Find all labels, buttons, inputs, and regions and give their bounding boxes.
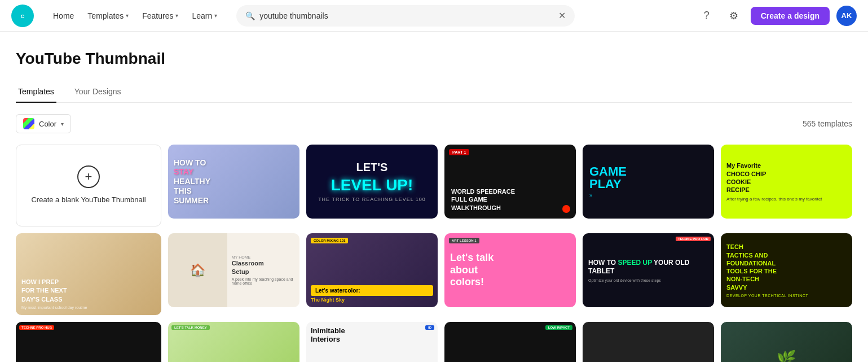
- tab-bar: Templates Your Designs: [16, 81, 852, 103]
- card-prepclass-sub: My most important school day routine: [21, 306, 156, 309]
- canva-logo[interactable]: C: [11, 5, 34, 27]
- template-card-lowimpact[interactable]: LOW IMPACT: [444, 322, 576, 362]
- card-speedrace-dot: [562, 205, 570, 213]
- create-design-button[interactable]: Create a design: [751, 7, 830, 25]
- gear-icon: ⚙: [729, 10, 738, 22]
- tab-your-designs[interactable]: Your Designs: [72, 81, 124, 103]
- card-colors-badge: ART LESSON 1: [449, 238, 479, 243]
- card-classroom-right: My Home ClassroomSetup A peek into my te…: [227, 233, 299, 307]
- template-card-colors[interactable]: ART LESSON 1 Let's talkaboutcolors!: [444, 233, 576, 307]
- nav-learn-label: Learn: [192, 11, 212, 20]
- nav-templates-label: Templates: [87, 11, 124, 20]
- template-card-interior[interactable]: 🌿: [721, 322, 852, 362]
- card-inimitable-badge: ID: [425, 325, 434, 330]
- template-card-levelup[interactable]: LET'S LEVEL UP! THE TRICK TO REACHING LE…: [306, 145, 438, 219]
- nav-home-label: Home: [53, 11, 74, 20]
- color-swatch-icon: [23, 118, 34, 129]
- create-design-label: Create a design: [761, 11, 819, 20]
- card-inimitable-title: InimitableInteriors: [311, 326, 433, 343]
- avatar-initials: AK: [841, 11, 852, 20]
- card-smartest-badge: LET'S TALK MONEY: [171, 325, 210, 330]
- card-interior-icon: 🌿: [777, 350, 796, 362]
- template-card-cookie[interactable]: My FavoriteCHOCO CHIPCOOKIERECIPE After …: [721, 145, 852, 219]
- main-content: YouTube Thumbnail Templates Your Designs…: [0, 32, 868, 362]
- nav-features[interactable]: Features ▾: [136, 8, 184, 24]
- template-card-techsavvy[interactable]: TECHTACTICS ANDFOUNDATIONALTOOLS FOR THE…: [721, 233, 852, 307]
- search-clear-button[interactable]: ✕: [558, 11, 566, 20]
- svg-text:C: C: [21, 12, 25, 19]
- search-input[interactable]: [259, 11, 554, 20]
- page-title: YouTube Thumbnail: [16, 50, 852, 68]
- card-gameplay-arrows: »: [589, 193, 592, 198]
- card-lowimpact-badge: LOW IMPACT: [545, 325, 572, 330]
- card-classroom-sub: A peek into my teaching space and home o…: [232, 277, 295, 285]
- question-icon: ?: [704, 10, 710, 21]
- card-tablet-title: HOW TO SPEED UP YOUR OLD TABLET: [588, 259, 708, 276]
- card-classroom-label: My Home: [232, 255, 295, 259]
- nav-right: ? ⚙ Create a design AK: [697, 6, 857, 26]
- card-watercolor-badge: COLOR MIXING 101: [311, 238, 348, 243]
- card-techpro-badge: TECHNE PRO HUB: [19, 325, 54, 330]
- blank-card-label: Create a blank YouTube Thumbnail: [31, 195, 146, 205]
- plus-icon: +: [77, 165, 100, 188]
- tab-templates-label: Templates: [18, 87, 54, 96]
- nav-home[interactable]: Home: [47, 8, 80, 24]
- avatar[interactable]: AK: [836, 6, 857, 26]
- help-button[interactable]: ?: [697, 6, 717, 26]
- template-card-prepclass[interactable]: How I Prepfor the NextDay's Class My mos…: [16, 233, 161, 315]
- card-techsavvy-sub: DEVELOP YOUR TECHTICAL INSTINCT: [726, 294, 847, 298]
- template-card-fitness[interactable]: HOW TOSTAYHEALTHYTHISSUMMER: [168, 145, 299, 219]
- template-card-classroom[interactable]: 🏠 My Home ClassroomSetup A peek into my …: [168, 233, 299, 307]
- chevron-down-icon: ▾: [214, 12, 217, 19]
- card-speedrace-text: WORLD SPEEDRACEFULL GAMEWALKTHROUGH: [451, 187, 569, 212]
- settings-button[interactable]: ⚙: [724, 6, 744, 26]
- template-card-totalcore[interactable]: 20 MINS / 30 DAY CHALLENGE TOTAL CORE: [583, 322, 714, 362]
- template-card-inimitable[interactable]: ID InimitableInteriors: [306, 322, 438, 362]
- card-watercolor-sub: The Night Sky: [311, 297, 433, 303]
- card-watercolor-text: Let's watercolor:: [311, 285, 433, 296]
- card-tablet-sub: Optimize your old device with these step…: [588, 278, 708, 282]
- search-bar: 🔍 ✕: [236, 5, 575, 27]
- card-cookie-title: My FavoriteCHOCO CHIPCOOKIERECIPE: [726, 162, 847, 194]
- template-card-tablet[interactable]: TECHNE PRO HUB HOW TO SPEED UP YOUR OLD …: [583, 233, 714, 307]
- color-filter-button[interactable]: Color ▾: [16, 114, 71, 133]
- card-fitness-text: HOW TOSTAYHEALTHYTHISSUMMER: [174, 158, 210, 206]
- chevron-down-icon: ▾: [61, 121, 64, 127]
- blank-card[interactable]: + Create a blank YouTube Thumbnail: [16, 145, 161, 226]
- chevron-down-icon: ▾: [175, 12, 178, 19]
- nav-templates[interactable]: Templates ▾: [82, 8, 134, 24]
- template-card-watercolor[interactable]: COLOR MIXING 101 Let's watercolor: The N…: [306, 233, 438, 307]
- card-levelup-text: LEVEL UP!: [331, 176, 413, 194]
- template-card-speedrace[interactable]: PART 1 WORLD SPEEDRACEFULL GAMEWALKTHROU…: [444, 145, 576, 219]
- card-prepclass-title: How I Prepfor the NextDay's Class: [21, 278, 156, 304]
- card-colors-title: Let's talkaboutcolors!: [450, 252, 570, 289]
- color-filter-label: Color: [39, 120, 56, 128]
- chevron-down-icon: ▾: [126, 12, 129, 19]
- tab-your-designs-label: Your Designs: [74, 87, 121, 96]
- card-gaming-text: LET'S: [356, 161, 388, 174]
- card-gameplay-title: GAMEPLAY: [589, 165, 627, 190]
- nav-links: Home Templates ▾ Features ▾ Learn ▾: [47, 8, 223, 24]
- template-card-smartest[interactable]: LET'S TALK MONEY The Smartest: [168, 322, 299, 362]
- tab-templates[interactable]: Templates: [16, 81, 56, 103]
- card-classroom-left: 🏠: [168, 233, 227, 307]
- template-card-gameplay[interactable]: GAMEPLAY »: [583, 145, 714, 219]
- filter-bar: Color ▾ 565 templates: [16, 114, 852, 133]
- card-classroom-title: ClassroomSetup: [232, 259, 295, 276]
- nav-learn[interactable]: Learn ▾: [186, 8, 223, 24]
- card-levelup-sub: THE TRICK TO REACHING LEVEL 100: [318, 197, 426, 202]
- template-grid: + Create a blank YouTube Thumbnail HOW T…: [16, 145, 852, 362]
- search-icon: 🔍: [245, 11, 255, 20]
- card-cookie-sub: After trying a few recipes, this one's m…: [726, 197, 847, 202]
- template-count: 565 templates: [803, 119, 852, 128]
- template-card-techpro[interactable]: TECHNE PRO HUB: [16, 322, 161, 362]
- card-speedrace-badge: PART 1: [449, 149, 469, 155]
- card-tablet-badge: TECHNE PRO HUB: [676, 237, 711, 241]
- card-techsavvy-title: TECHTACTICS ANDFOUNDATIONALTOOLS FOR THE…: [726, 243, 847, 291]
- nav-features-label: Features: [142, 11, 173, 20]
- navbar: C Home Templates ▾ Features ▾ Learn ▾ 🔍 …: [0, 0, 868, 32]
